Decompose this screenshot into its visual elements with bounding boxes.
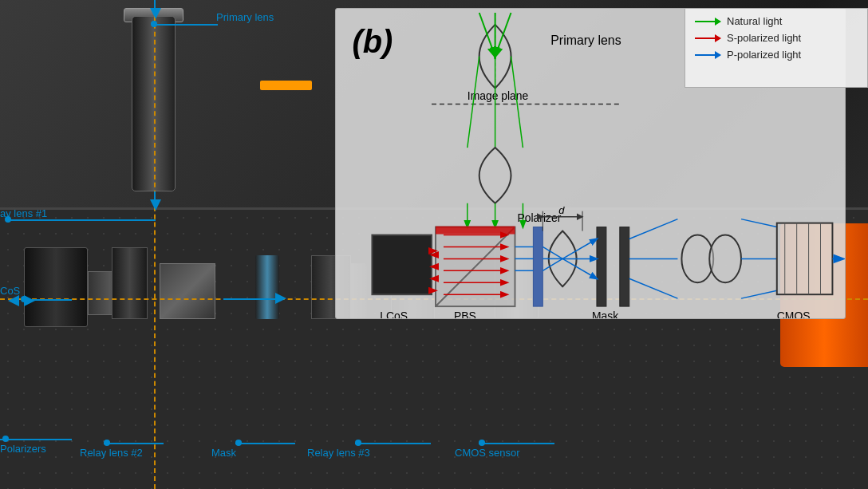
- pbs-cube: [160, 263, 215, 319]
- svg-text:Image plane: Image plane: [468, 89, 529, 102]
- legend-arrow-green: [695, 21, 720, 22]
- svg-text:(b): (b): [353, 24, 393, 59]
- svg-rect-43: [597, 227, 606, 306]
- svg-rect-16: [372, 235, 432, 295]
- main-arrow-line: [223, 298, 279, 300]
- relay-3-bottom-line: [355, 443, 431, 444]
- lcos-device: [24, 247, 88, 327]
- legend-box: Natural light S-polarized light P-polari…: [685, 8, 868, 88]
- polarizers-bottom-dot: [2, 436, 9, 442]
- svg-line-55: [741, 219, 777, 227]
- label-primary-lens: Primary lens: [216, 11, 274, 23]
- label-cmos-sensor: CMOS sensor: [455, 447, 520, 459]
- label-relay-lens-2: Relay lens #2: [80, 447, 143, 459]
- legend-label-natural: Natural light: [727, 15, 782, 27]
- relay-lens-1-body: [112, 247, 148, 319]
- cmos-bottom-line: [479, 443, 554, 444]
- svg-text:Mask: Mask: [592, 310, 618, 318]
- relay-2-bottom-line: [104, 443, 164, 444]
- legend-arrow-blue: [695, 54, 720, 56]
- label-mask-bottom: Mask: [211, 447, 236, 459]
- label-relay-lens-3: Relay lens #3: [307, 447, 370, 459]
- relay-lens-1-line-v: [154, 191, 156, 203]
- svg-text:Polarizer: Polarizer: [517, 211, 561, 224]
- svg-rect-31: [533, 227, 542, 306]
- vertical-optical-axis: [154, 0, 156, 489]
- svg-text:PBS: PBS: [454, 310, 476, 318]
- svg-text:CMOS: CMOS: [777, 310, 811, 318]
- primary-lens-arrow-down: [150, 8, 161, 19]
- svg-line-57: [741, 290, 777, 298]
- relay-1-line: [8, 219, 156, 221]
- label-relay-lens-1: ay lens #1: [0, 207, 47, 219]
- legend-label-s-polarized: S-polarized light: [727, 32, 801, 44]
- svg-rect-44: [608, 243, 620, 290]
- polarizers-bottom-line: [0, 439, 72, 440]
- main-background: Primary lens ay lens #1 CoS Polarizers R…: [0, 0, 868, 489]
- svg-text:d: d: [558, 204, 565, 216]
- svg-point-54: [709, 235, 741, 283]
- legend-item-p-polarized: P-polarized light: [695, 49, 858, 61]
- legend-item-s-polarized: S-polarized light: [695, 32, 858, 44]
- mask-bottom-dot: [235, 440, 242, 446]
- primary-lens-dot: [151, 21, 157, 27]
- polarizers-arrow-right: [24, 295, 35, 306]
- relay-3-bottom-dot: [355, 440, 361, 446]
- svg-rect-45: [620, 227, 629, 306]
- relay-lens-1-arrow: [150, 199, 161, 211]
- label-polarizers: Polarizers: [0, 443, 46, 455]
- primary-lens-line-v: [154, 0, 156, 12]
- legend-arrow-red: [695, 37, 720, 39]
- svg-line-50: [629, 219, 678, 239]
- svg-text:LCoS: LCoS: [380, 310, 408, 318]
- svg-text:Primary lens: Primary lens: [550, 34, 621, 47]
- svg-line-52: [629, 278, 678, 298]
- optical-component-1: [255, 255, 279, 319]
- relay-2-bottom-dot: [104, 440, 110, 446]
- polarizers-arrow-left: [8, 295, 19, 306]
- mask-bottom-line: [235, 443, 295, 444]
- legend-item-natural: Natural light: [695, 15, 858, 27]
- legend-label-p-polarized: P-polarized light: [727, 49, 801, 61]
- lens-orange-ring: [260, 81, 312, 90]
- primary-lens-line-h: [154, 24, 218, 26]
- cmos-bottom-dot: [479, 440, 485, 446]
- svg-rect-30: [436, 227, 515, 235]
